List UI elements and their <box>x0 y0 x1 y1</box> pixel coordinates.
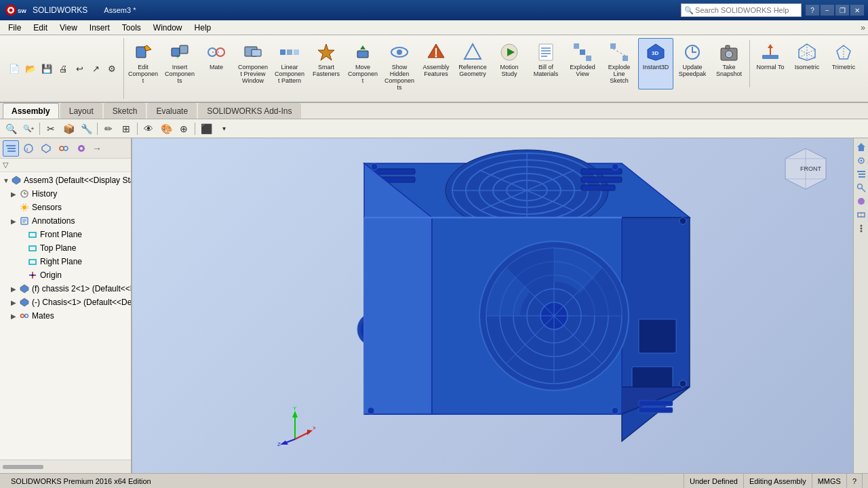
lp-config-btn[interactable] <box>38 140 54 157</box>
update-speedpak-btn[interactable]: Update Speedpak <box>675 38 710 89</box>
take-snapshot-btn[interactable]: Take Snapshot <box>711 38 747 89</box>
tab-evaluate[interactable]: Evaluate <box>147 103 197 119</box>
tab-addins[interactable]: SOLIDWORKS Add-Ins <box>198 103 300 119</box>
explode-line-btn[interactable]: Explode Line Sketch <box>601 38 637 89</box>
tree-history[interactable]: ▶ History <box>0 187 131 201</box>
viewport[interactable]: CORSAIR W750 <box>132 138 853 473</box>
lp-feature-tree-btn[interactable] <box>3 140 19 157</box>
help-btn[interactable]: ? <box>806 5 819 16</box>
svg-rect-57 <box>6 145 16 146</box>
stb-search-btn[interactable]: 🔍 <box>3 121 19 136</box>
toolbar-separator <box>749 40 750 87</box>
rp-section-btn[interactable] <box>855 209 867 221</box>
lp-expand-arrow[interactable]: → <box>91 143 103 154</box>
stb-arrow-btn[interactable]: ▾ <box>216 121 232 136</box>
minimize-btn[interactable]: − <box>821 5 834 16</box>
tree-arrow-chasis1: ▶ <box>11 299 19 306</box>
menu-window[interactable]: Window <box>148 22 188 34</box>
menu-help[interactable]: Help <box>189 22 217 34</box>
dimetric-btn[interactable]: Dimetric <box>863 38 868 89</box>
tab-sketch[interactable]: Sketch <box>104 103 146 119</box>
model-view: CORSAIR W750 <box>132 138 853 473</box>
tree-right-plane[interactable]: Right Plane <box>0 255 131 268</box>
stb-draw-btn[interactable]: ✏ <box>100 121 117 136</box>
open-btn[interactable]: 📂 <box>23 61 38 76</box>
tree-mates[interactable]: ▶ Mates <box>0 309 131 323</box>
stb-display-btn[interactable]: ⬛ <box>198 121 214 136</box>
tree-top-plane[interactable]: Top Plane <box>0 241 131 255</box>
stb-wrench-btn[interactable]: 🔧 <box>78 121 94 136</box>
tree-origin[interactable]: Origin <box>0 268 131 282</box>
svg-marker-67 <box>12 176 20 184</box>
tree-front-plane[interactable]: Front Plane <box>0 228 131 241</box>
svg-point-63 <box>60 146 64 150</box>
bill-materials-btn[interactable]: Bill of Materials <box>528 38 564 89</box>
undo-btn[interactable]: ↩ <box>72 61 87 76</box>
tab-layout[interactable]: Layout <box>60 103 102 119</box>
lp-mates-btn[interactable] <box>56 140 72 157</box>
rp-tree-btn[interactable] <box>855 168 867 180</box>
menu-edit[interactable]: Edit <box>28 22 53 34</box>
rp-zoom-btn[interactable] <box>855 182 867 194</box>
restore-btn[interactable]: ❐ <box>835 5 849 16</box>
tree-sensors[interactable]: Sensors <box>0 201 131 214</box>
svg-rect-7 <box>180 45 188 54</box>
search-bar[interactable]: 🔍 ▼ <box>681 3 802 17</box>
print-btn[interactable]: 🖨 <box>56 61 71 76</box>
new-motion-study-btn[interactable]: Motion Study <box>492 38 527 89</box>
stb-box-btn[interactable]: 📦 <box>60 121 77 136</box>
edit-component-btn[interactable]: Edit Component <box>125 38 161 89</box>
linear-pattern-btn[interactable]: Linear Component Pattern <box>272 38 307 89</box>
close-btn[interactable]: ✕ <box>850 5 864 16</box>
stb-search2-btn[interactable]: 🔍+ <box>20 121 37 136</box>
new-btn[interactable]: 📄 <box>7 61 22 76</box>
isometric-btn[interactable]: Isometric <box>789 38 825 89</box>
resize-handle[interactable] <box>3 465 43 469</box>
assembly-features-btn[interactable]: Assembly Features <box>418 38 454 89</box>
trimetric-icon <box>833 41 854 63</box>
stb-plus-btn[interactable]: ⊕ <box>176 121 192 136</box>
move-component-btn[interactable]: Move Component <box>345 38 380 89</box>
rp-more-btn[interactable] <box>855 222 867 235</box>
lp-display-btn[interactable] <box>73 140 90 157</box>
show-hidden-btn[interactable]: Show Hidden Components <box>382 38 417 89</box>
menu-view[interactable]: View <box>54 22 83 34</box>
select-btn[interactable]: ↗ <box>88 61 103 76</box>
tree-chassis2[interactable]: ▶ (f) chassis 2<1> (Default<<Defa... <box>0 282 131 296</box>
new-motion-icon <box>498 41 520 63</box>
options-btn[interactable]: ⚙ <box>104 61 119 76</box>
stb-eye-btn[interactable]: 👁 <box>140 121 157 136</box>
smart-fasteners-btn[interactable]: Smart Fasteners <box>309 38 344 89</box>
instant3d-btn[interactable]: 3D Instant3D <box>638 38 673 89</box>
save-btn[interactable]: 💾 <box>39 61 54 76</box>
trimetric-btn[interactable]: Trimetric <box>826 38 861 89</box>
rp-settings-btn[interactable] <box>855 155 867 167</box>
component-preview-btn[interactable]: Component Preview Window <box>235 38 271 89</box>
menu-tools[interactable]: Tools <box>117 22 146 34</box>
svg-point-132 <box>612 407 618 414</box>
reference-geometry-btn[interactable]: Reference Geometry <box>455 38 490 89</box>
viewport-with-panels: CORSAIR W750 <box>132 138 868 473</box>
svg-rect-154 <box>859 176 865 178</box>
view-cube[interactable]: FRONT <box>778 145 833 199</box>
insert-components-btn[interactable]: + Insert Components <box>162 38 197 89</box>
tree-assem3[interactable]: ▼ Assem3 (Default<<Display State-1> <box>0 174 131 187</box>
normal-to-btn[interactable]: Normal To <box>753 38 788 89</box>
component-preview-icon <box>242 41 264 63</box>
stb-color-btn[interactable]: 🎨 <box>158 121 174 136</box>
stb-cut-btn[interactable]: ✂ <box>43 121 59 136</box>
svg-rect-59 <box>7 150 16 152</box>
menu-file[interactable]: File <box>3 22 26 34</box>
exploded-view-btn[interactable]: Exploded View <box>565 38 600 89</box>
tree-annotations[interactable]: ▶ Annotations <box>0 214 131 228</box>
stb-grid-btn[interactable]: ⊞ <box>118 121 134 136</box>
rp-display-btn[interactable] <box>855 195 867 207</box>
expand-icon[interactable]: » <box>861 23 865 33</box>
mate-btn[interactable]: Mate <box>199 38 234 89</box>
menu-insert[interactable]: Insert <box>84 22 115 34</box>
search-input[interactable] <box>695 6 790 14</box>
rp-home-btn[interactable] <box>855 141 867 153</box>
tree-chasis1[interactable]: ▶ (-) Chasis<1> (Default<<Defaul... <box>0 296 131 309</box>
lp-property-btn[interactable]: i <box>20 140 37 157</box>
tab-assembly[interactable]: Assembly <box>3 103 59 119</box>
